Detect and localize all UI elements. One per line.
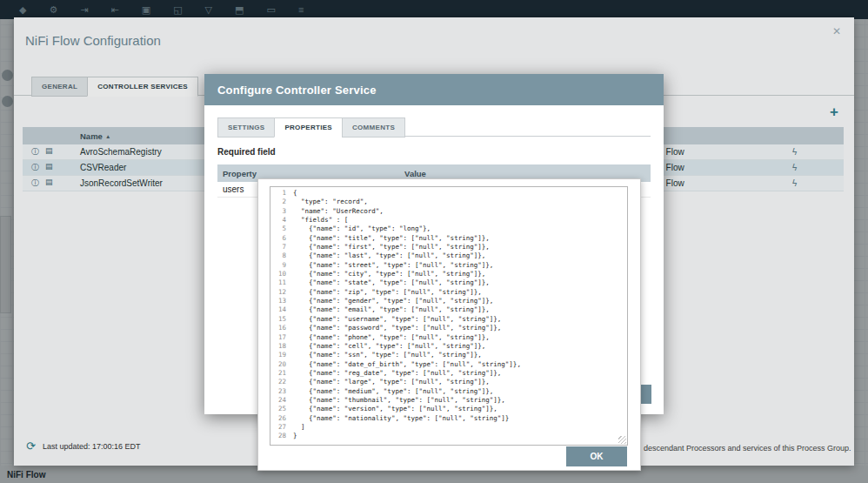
line-number: 11 — [270, 278, 293, 287]
code-line: 26 {"name": "nationality", "type": ["nul… — [270, 414, 627, 423]
code-text: "fields" : [ — [293, 216, 348, 225]
tab-comments[interactable]: COMMENTS — [342, 117, 405, 138]
code-line: 14 {"name": "email", "type": ["null", "s… — [270, 305, 627, 314]
code-line: 8 {"name": "last", "type": ["null", "str… — [270, 252, 627, 260]
line-number: 2 — [270, 198, 293, 206]
code-text: {"name": "gender", "type": ["null", "str… — [293, 297, 493, 305]
code-text: {"name": "title", "type": ["null", "stri… — [293, 234, 490, 243]
code-line: 4 "fields" : [ — [270, 216, 627, 225]
code-text: {"name": "reg_date", "type": ["null", "s… — [293, 369, 501, 378]
code-line: 10 {"name": "city", "type": ["null", "st… — [270, 270, 627, 278]
line-number: 9 — [270, 261, 293, 270]
code-line: 21 {"name": "reg_date", "type": ["null",… — [270, 369, 627, 378]
line-number: 18 — [270, 342, 293, 351]
code-text: {"name": "phone", "type": ["null", "stri… — [293, 333, 490, 342]
code-line: 23 {"name": "medium", "type": ["null", "… — [270, 387, 627, 396]
code-text: {"name": "last", "type": ["null", "strin… — [293, 252, 485, 260]
code-text: {"name": "street", "type": ["null", "str… — [293, 261, 493, 270]
line-number: 1 — [270, 189, 293, 198]
code-text: {"name": "nationality", "type": ["null",… — [293, 414, 509, 423]
line-number: 24 — [270, 396, 293, 405]
property-value-editor: 1{ 2 "type": "record", 3 "name": "UserRe… — [257, 178, 641, 471]
code-line: 3 "name": "UserRecord", — [270, 207, 627, 216]
modal-title: Configure Controller Service — [217, 84, 377, 97]
line-number: 21 — [270, 369, 293, 378]
line-number: 27 — [270, 423, 293, 432]
modal-header: Configure Controller Service — [204, 74, 664, 105]
value-textarea[interactable]: 1{ 2 "type": "record", 3 "name": "UserRe… — [270, 186, 628, 446]
line-number: 3 — [270, 207, 293, 216]
code-line: 16 {"name": "password", "type": ["null",… — [270, 324, 627, 332]
code-line: 9 {"name": "street", "type": ["null", "s… — [270, 261, 627, 270]
code-line: 5 {"name": "id", "type": "long"}, — [270, 225, 627, 233]
code-line: 18 {"name": "cell", "type": ["null", "st… — [270, 342, 627, 351]
line-number: 8 — [270, 252, 293, 260]
code-line: 25 {"name": "version", "type": ["null", … — [270, 405, 627, 413]
tab-properties[interactable]: PROPERTIES — [274, 117, 342, 138]
line-number: 20 — [270, 360, 293, 369]
code-line: 19 {"name": "ssn", "type": ["null", "str… — [270, 351, 627, 359]
column-header-value: Value — [404, 169, 426, 178]
line-number: 16 — [270, 324, 293, 332]
line-number: 5 — [270, 225, 293, 233]
code-text: {"name": "medium", "type": ["null", "str… — [293, 387, 493, 396]
line-number: 14 — [270, 305, 293, 314]
code-text: } — [293, 432, 297, 440]
code-text: "name": "UserRecord", — [293, 207, 384, 216]
code-text: {"name": "ssn", "type": ["null", "string… — [293, 351, 482, 359]
nifi-application: ◆⚙⇥⇤▣◱▽⬒▭≡ NiFi Flow NiFi Flow Configura… — [0, 0, 868, 483]
column-header-property: Property — [223, 169, 257, 178]
line-number: 23 — [270, 387, 293, 396]
code-text: {"name": "city", "type": ["null", "strin… — [293, 270, 485, 278]
code-line: 22 {"name": "large", "type": ["null", "s… — [270, 378, 627, 386]
code-line: 1{ — [270, 189, 627, 198]
code-line: 15 {"name": "username", "type": ["null",… — [270, 315, 627, 324]
line-number: 19 — [270, 351, 293, 359]
line-number: 28 — [270, 432, 293, 440]
code-text: {"name": "username", "type": ["null", "s… — [293, 315, 501, 324]
code-text: ] — [293, 423, 305, 432]
code-line: 28} — [270, 432, 627, 440]
line-number: 15 — [270, 315, 293, 324]
code-text: {"name": "zip", "type": ["null", "string… — [293, 288, 482, 297]
code-line: 20 {"name": "date_of_birth", "type": ["n… — [270, 360, 627, 369]
code-text: {"name": "cell", "type": ["null", "strin… — [293, 342, 485, 351]
code-text: {"name": "large", "type": ["null", "stri… — [293, 378, 490, 386]
line-number: 7 — [270, 243, 293, 252]
tab-settings[interactable]: SETTINGS — [217, 117, 274, 138]
code-text: {"name": "password", "type": ["null", "s… — [293, 324, 501, 332]
code-text: {"name": "date_of_birth", "type": ["null… — [293, 360, 521, 369]
line-number: 13 — [270, 297, 293, 305]
code-text: "type": "record", — [293, 198, 368, 206]
code-line: 2 "type": "record", — [270, 198, 627, 206]
code-line: 7 {"name": "first", "type": ["null", "st… — [270, 243, 627, 252]
line-number: 17 — [270, 333, 293, 342]
code-line: 6 {"name": "title", "type": ["null", "st… — [270, 234, 627, 243]
line-number: 22 — [270, 378, 293, 386]
code-line: 11 {"name": "state", "type": ["null", "s… — [270, 278, 627, 287]
editor-ok-button[interactable]: OK — [566, 446, 627, 466]
code-text: {"name": "version", "type": ["null", "st… — [293, 405, 497, 413]
property-name: users — [223, 184, 244, 194]
code-line: 13 {"name": "gender", "type": ["null", "… — [270, 297, 627, 305]
code-text: {"name": "id", "type": "long"}, — [293, 225, 431, 233]
required-field-label: Required field — [217, 147, 276, 157]
line-number: 12 — [270, 288, 293, 297]
code-text: { — [293, 189, 297, 198]
code-text: {"name": "email", "type": ["null", "stri… — [293, 305, 490, 314]
resize-grip-icon[interactable] — [618, 436, 626, 444]
code-line: 27 ] — [270, 423, 627, 432]
line-number: 4 — [270, 216, 293, 225]
code-line: 17 {"name": "phone", "type": ["null", "s… — [270, 333, 627, 342]
line-number: 6 — [270, 234, 293, 243]
code-text: {"name": "first", "type": ["null", "stri… — [293, 243, 490, 252]
code-line: 12 {"name": "zip", "type": ["null", "str… — [270, 288, 627, 297]
code-text: {"name": "thumbnail", "type": ["null", "… — [293, 396, 505, 405]
code-text: {"name": "state", "type": ["null", "stri… — [293, 278, 490, 287]
code-line: 24 {"name": "thumbnail", "type": ["null"… — [270, 396, 627, 405]
line-number: 25 — [270, 405, 293, 413]
line-number: 26 — [270, 414, 293, 423]
line-number: 10 — [270, 270, 293, 278]
